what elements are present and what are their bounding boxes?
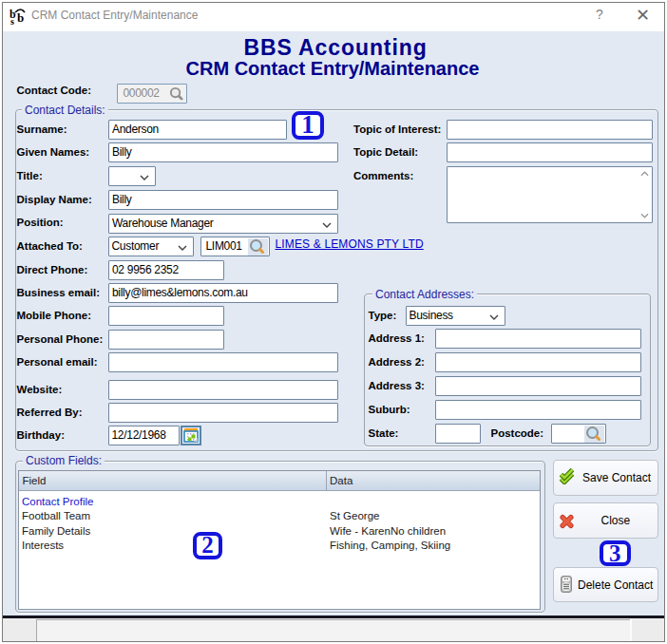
svg-text:s: s [10,16,14,25]
svg-text:b: b [17,10,24,25]
